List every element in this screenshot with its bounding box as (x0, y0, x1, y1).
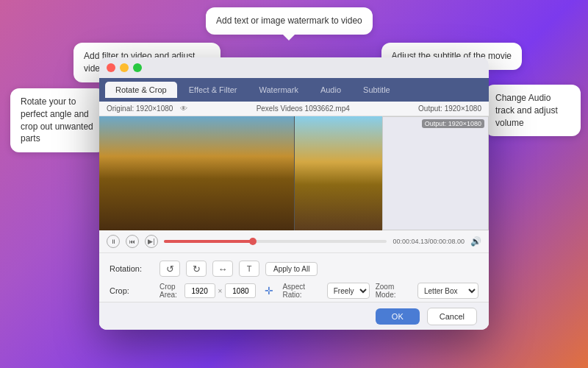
minimize-button[interactable] (120, 63, 129, 72)
tooltip-rotate: Rotate your to perfect angle and crop ou… (10, 88, 106, 152)
filename: Pexels Videos 1093662.mp4 (257, 105, 350, 113)
video-preview-right: Output: 1920×1080 (295, 116, 490, 230)
crop-area-label: Crop Area: (159, 283, 182, 299)
rotation-label: Rotation: (110, 264, 154, 273)
crop-crosshair-icon: ✛ (265, 285, 273, 297)
playback-bar: ⏸ ⏮ ▶| 00:00:04.13/00:00:08.00 🔊 (99, 230, 489, 253)
tab-effect-filter[interactable]: Effect & Filter (179, 82, 248, 98)
maximize-button[interactable] (133, 63, 142, 72)
crop-row: Crop: Crop Area: × ✛ Aspect Ratio: Freel… (110, 283, 478, 299)
crop-height-input[interactable] (225, 283, 256, 298)
tab-audio[interactable]: Audio (310, 82, 351, 98)
video-output-overlay (382, 116, 489, 230)
footer-bar: OK Cancel (99, 302, 489, 330)
crop-width-input[interactable] (184, 283, 215, 298)
time-display: 00:00:04.13/00:00:08.00 (392, 238, 465, 245)
prev-frame-button[interactable]: ⏮ (126, 235, 139, 248)
output-label: Output: 1920×1080 (422, 119, 484, 128)
progress-bar[interactable] (164, 240, 387, 243)
rotate-right-button[interactable]: ↻ (186, 261, 207, 277)
video-panel-output: Output: 1920×1080 (295, 116, 490, 230)
flip-horizontal-button[interactable]: ↔ (212, 261, 233, 277)
info-bar: Original: 1920×1080 👁 Pexels Videos 1093… (99, 102, 489, 116)
ok-button[interactable]: OK (376, 308, 420, 325)
progress-fill (164, 240, 253, 243)
tab-subtitle[interactable]: Subtitle (353, 82, 401, 98)
output-resolution: Output: 1920×1080 (418, 105, 481, 113)
video-area: Output: 1920×1080 (99, 116, 489, 230)
multiply-icon: × (218, 287, 223, 295)
eye-icon[interactable]: 👁 (180, 105, 187, 113)
zoom-mode-select[interactable]: Letter Box Pan & Scan Full (417, 283, 478, 299)
tooltip-audio: Change Audio track and adjust volume (485, 85, 581, 136)
rotate-left-button[interactable]: ↺ (159, 261, 180, 277)
tab-rotate-crop[interactable]: Rotate & Crop (105, 82, 177, 98)
tooltip-watermark: Add text or image watermark to video (206, 7, 373, 35)
tab-watermark[interactable]: Watermark (249, 82, 309, 98)
crop-area-group: Crop Area: × (159, 283, 256, 299)
close-button[interactable] (107, 63, 115, 72)
aspect-ratio-select[interactable]: Freely 16:9 4:3 1:1 (327, 283, 370, 299)
rotation-row: Rotation: ↺ ↻ ↔ T Apply to All (110, 261, 478, 277)
crop-label: Crop: (110, 286, 154, 295)
apply-all-button[interactable]: Apply to All (265, 262, 318, 276)
video-preview-left (99, 116, 294, 230)
volume-icon[interactable]: 🔊 (470, 236, 481, 247)
aspect-ratio-label: Aspect Ratio: (282, 283, 320, 299)
progress-thumb[interactable] (249, 238, 257, 245)
tab-bar: Rotate & Crop Effect & Filter Watermark … (99, 78, 489, 102)
title-bar (99, 57, 489, 78)
flip-vertical-button[interactable]: T (239, 261, 259, 277)
app-window: Rotate & Crop Effect & Filter Watermark … (99, 57, 489, 330)
zoom-mode-label: Zoom Mode: (376, 283, 412, 299)
next-frame-button[interactable]: ▶| (145, 235, 158, 248)
play-button[interactable]: ⏸ (107, 235, 120, 248)
cancel-button[interactable]: Cancel (427, 308, 477, 325)
original-resolution: Original: 1920×1080 (107, 105, 173, 113)
video-panel-input (99, 116, 295, 230)
